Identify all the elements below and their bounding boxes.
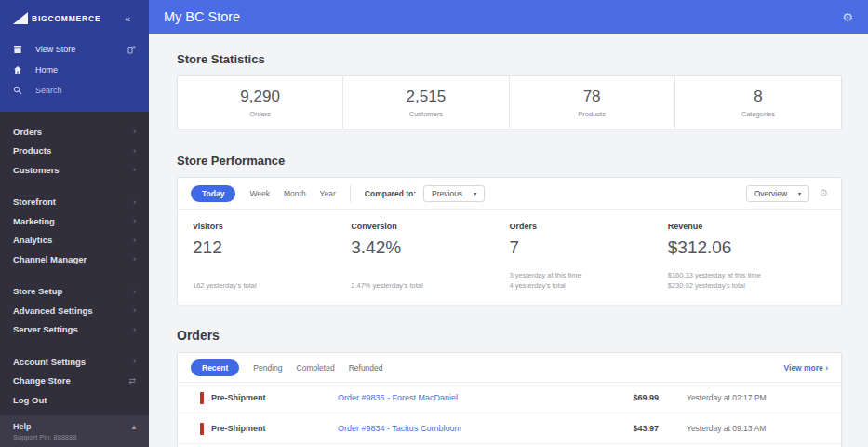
- metric-revenue: Revenue $312.06 $160.33 yesterday at thi…: [668, 222, 826, 291]
- dashboard-content: Store Statistics 9,290 Orders 2,515 Cust…: [149, 34, 868, 447]
- metric-value: 7: [510, 237, 668, 258]
- sidebar-item-orders[interactable]: Orders ›: [0, 122, 149, 142]
- sidebar-item-storefront[interactable]: Storefront ›: [0, 193, 149, 212]
- order-link[interactable]: Order #9834 - Tacitus Cornbloom: [338, 424, 603, 433]
- sidebar-item-search[interactable]: Search: [0, 80, 149, 101]
- tab-completed[interactable]: Completed: [297, 363, 335, 372]
- metric-value: 212: [193, 237, 351, 258]
- main-area: My BC Store ⚙ Store Statistics 9,290 Ord…: [149, 0, 868, 447]
- sidebar-item-label: Products: [13, 145, 51, 156]
- stat-label: Categories: [741, 110, 775, 118]
- caret-up-icon: ▴: [132, 423, 136, 431]
- view-more-link[interactable]: View more ›: [783, 363, 828, 372]
- sidebar-item-label: Customers: [13, 165, 60, 175]
- stat-label: Products: [578, 110, 606, 118]
- chevron-right-icon: ›: [133, 287, 136, 296]
- stat-customers: 2,515 Customers: [343, 76, 509, 129]
- sidebar-item-server-settings[interactable]: Server Settings ›: [0, 320, 149, 340]
- search-icon: [13, 86, 28, 95]
- top-header-bar: My BC Store ⚙: [149, 0, 868, 34]
- sidebar-item-label: Server Settings: [13, 324, 78, 334]
- toolbar-divider: [350, 185, 351, 202]
- sidebar-item-customers[interactable]: Customers ›: [0, 160, 149, 180]
- chevron-right-icon: ›: [133, 197, 136, 207]
- sidebar-item-view-store[interactable]: View Store: [0, 39, 149, 60]
- sidebar-item-marketing[interactable]: Marketing ›: [0, 211, 149, 231]
- store-performance-heading: Store Performance: [177, 154, 842, 168]
- stat-value: 78: [583, 88, 601, 106]
- stat-label: Orders: [249, 110, 271, 118]
- overview-select[interactable]: Overview ▾: [746, 185, 809, 202]
- compared-to-select[interactable]: Previous ▾: [423, 185, 485, 202]
- metric-label: Revenue: [668, 222, 826, 231]
- store-title: My BC Store: [164, 9, 240, 24]
- metric-visitors: Visitors 212 162 yesterday's total: [193, 222, 351, 291]
- status-label: Pre-Shipment: [211, 424, 266, 433]
- sidebar-item-analytics[interactable]: Analytics ›: [0, 231, 149, 251]
- external-link-icon: [127, 46, 136, 54]
- tab-recent[interactable]: Recent: [191, 359, 239, 376]
- tab-week[interactable]: Week: [249, 189, 270, 198]
- sidebar-item-home[interactable]: Home: [0, 60, 149, 80]
- sidebar-item-change-store[interactable]: Change Store ⇄: [0, 372, 149, 391]
- status-color-bar: [200, 392, 204, 404]
- chevron-right-icon: ›: [133, 357, 136, 366]
- sidebar-item-products[interactable]: Products ›: [0, 142, 149, 161]
- collapse-sidebar-icon[interactable]: «: [125, 13, 130, 24]
- compared-to-value: Previous: [432, 189, 462, 198]
- metric-label: Orders: [510, 222, 668, 231]
- chevron-right-icon: ›: [133, 325, 136, 334]
- order-status: Pre-Shipment: [200, 423, 338, 435]
- sidebar-item-account-settings[interactable]: Account Settings ›: [0, 352, 149, 372]
- metric-value: 3.42%: [351, 237, 509, 258]
- metric-subtext: 3 yesterday at this time: [510, 270, 668, 280]
- sidebar-item-advanced-settings[interactable]: Advanced Settings ›: [0, 301, 149, 320]
- sidebar-top: BIGCOMMERCE « View Store Home: [0, 0, 149, 112]
- tab-today[interactable]: Today: [191, 185, 235, 202]
- chevron-down-icon: ▾: [474, 190, 476, 196]
- chevron-right-icon: ›: [133, 146, 136, 156]
- help-panel[interactable]: Help ▴ Support Pin: 888888: [0, 415, 149, 447]
- chevron-right-icon: ›: [133, 127, 136, 136]
- settings-gear-icon[interactable]: ⚙: [842, 10, 853, 24]
- metric-value: $312.06: [668, 237, 826, 258]
- sidebar-item-channel-manager[interactable]: Channel Manager ›: [0, 250, 149, 269]
- order-amount: $69.99: [603, 393, 659, 402]
- app-window: BIGCOMMERCE « View Store Home: [0, 0, 868, 447]
- sidebar-item-label: View Store: [35, 45, 75, 54]
- metric-label: Conversion: [351, 222, 509, 231]
- store-performance-card: Today Week Month Year Compared to: Previ…: [177, 177, 842, 305]
- tab-month[interactable]: Month: [284, 189, 306, 198]
- sidebar-item-label: Marketing: [13, 216, 55, 226]
- order-date: Yesterday at 02:17 PM: [687, 393, 826, 402]
- chevron-right-icon: ›: [133, 236, 136, 245]
- sidebar-item-store-setup[interactable]: Store Setup ›: [0, 282, 149, 302]
- chevron-down-icon: ▾: [798, 190, 801, 196]
- tab-year[interactable]: Year: [320, 189, 336, 198]
- metric-subtext: $160.33 yesterday at this time: [668, 270, 826, 280]
- chevron-right-icon: ›: [133, 165, 136, 174]
- metric-subtext: [193, 270, 351, 280]
- table-row: Pre-Shipment Order #9834 - Tacitus Cornb…: [178, 413, 841, 444]
- sidebar-item-label: Account Settings: [13, 357, 86, 367]
- metric-subtext: 162 yesterday's total: [193, 280, 351, 291]
- logo-row: BIGCOMMERCE «: [0, 0, 149, 39]
- store-statistics-card: 9,290 Orders 2,515 Customers 78 Products…: [177, 75, 842, 129]
- home-icon: [13, 65, 28, 74]
- sidebar-item-log-out[interactable]: Log Out: [0, 390, 149, 410]
- performance-settings-gear-icon[interactable]: ⚙: [819, 187, 828, 199]
- tab-refunded[interactable]: Refunded: [349, 363, 383, 372]
- metric-orders: Orders 7 3 yesterday at this time 4 yest…: [510, 222, 668, 291]
- order-link[interactable]: Order #9835 - Forest MacDaniel: [338, 393, 603, 402]
- sidebar-item-label: Storefront: [13, 196, 56, 207]
- orders-heading: Orders: [177, 328, 842, 343]
- metric-subtext: $230.92 yesterday's total: [668, 280, 826, 291]
- stat-categories: 8 Categories: [675, 76, 841, 129]
- metric-subtext: 4 yesterday's total: [510, 280, 668, 291]
- tab-pending[interactable]: Pending: [253, 363, 282, 372]
- nav-group-settings: Store Setup › Advanced Settings › Server…: [0, 282, 149, 340]
- chevron-right-icon: ›: [133, 216, 136, 225]
- stat-products: 78 Products: [510, 76, 675, 129]
- support-pin: Support Pin: 888888: [13, 433, 136, 441]
- metric-subtext: 2.47% yesterday's total: [351, 280, 509, 291]
